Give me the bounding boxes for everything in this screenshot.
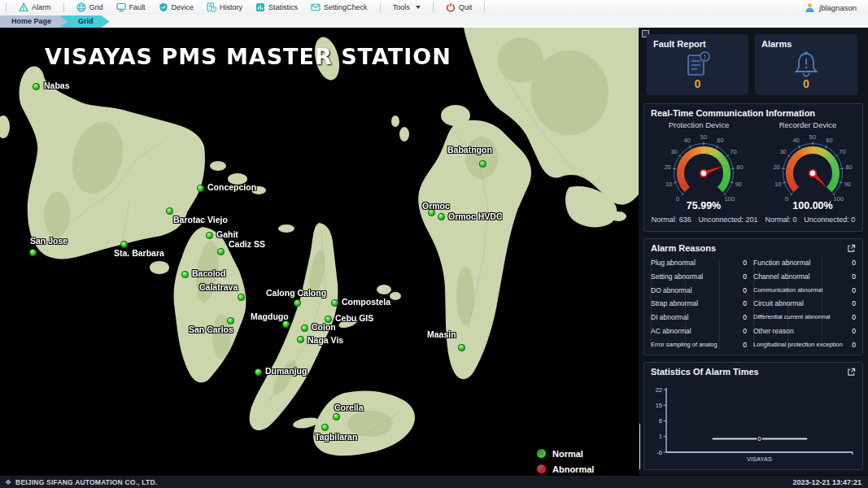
toolbar-button-statistics[interactable]: Statistics xyxy=(249,0,304,15)
user-box[interactable]: jblagnason xyxy=(805,2,868,13)
alarms-count: 0 xyxy=(755,77,857,90)
station-marker-san-jose[interactable] xyxy=(29,249,37,256)
station-marker-corella[interactable] xyxy=(333,413,340,420)
station-marker-naga-vis[interactable] xyxy=(297,336,304,343)
toolbar-button-label: Quit xyxy=(459,3,473,11)
station-label: San Carlos xyxy=(189,325,233,334)
svg-text:80: 80 xyxy=(736,163,743,171)
toolbar-button-tools[interactable]: Tools xyxy=(386,0,427,15)
normal-count: Normal: 636 xyxy=(652,216,691,224)
station-marker-cadiz-ss[interactable] xyxy=(217,248,225,255)
toolbar-separator xyxy=(380,2,381,12)
alarm-statistics-title: Statistics Of Alarm Times xyxy=(651,367,759,377)
station-label: Babatngon xyxy=(447,145,492,155)
station-marker-magdugo[interactable] xyxy=(282,320,290,328)
legend-label: Abnormal xyxy=(552,464,594,474)
station-marker-concepcion[interactable] xyxy=(197,185,204,192)
svg-text:30: 30 xyxy=(670,148,677,155)
alarm-reason-count: 0 xyxy=(852,327,856,335)
alarm-statistics-section: Statistics Of Alarm Times 221581-60VISAY… xyxy=(643,362,863,470)
alarm-reason-label: Plug abnormal xyxy=(651,259,696,267)
svg-text:50: 50 xyxy=(700,133,707,141)
statistics-icon xyxy=(255,2,265,12)
station-label: Colon xyxy=(312,322,336,332)
toolbar-button-device[interactable]: Device xyxy=(152,0,201,15)
visayas-map[interactable]: VISAYAS PMS MASTER STATION NabasConcepci… xyxy=(0,28,639,475)
station-label: Gahit xyxy=(216,229,238,239)
tab-grid[interactable]: Grid xyxy=(60,15,110,28)
svg-text:20: 20 xyxy=(664,163,670,171)
chevron-down-icon xyxy=(416,6,421,9)
station-marker-compostela[interactable] xyxy=(331,299,338,307)
station-marker-colon[interactable] xyxy=(301,325,308,332)
station-label: Bacolod xyxy=(192,268,225,278)
station-label: Ormoc xyxy=(422,201,450,211)
svg-text:100: 100 xyxy=(725,195,735,203)
station-label: Dumanjug xyxy=(265,366,307,376)
open-in-new-window-icon[interactable] xyxy=(847,368,856,377)
station-marker-maasin[interactable] xyxy=(458,344,465,351)
abnormal-dot-icon xyxy=(537,464,546,473)
svg-text:60: 60 xyxy=(717,137,723,144)
station-label: Ormoc HVDC xyxy=(448,211,503,221)
station-marker-san-carlos[interactable] xyxy=(227,317,234,325)
toolbar-button-alarm[interactable]: Alarm xyxy=(12,0,58,15)
toolbar-button-grid[interactable]: Grid xyxy=(70,0,110,15)
station-marker-sta-barbara[interactable] xyxy=(120,241,128,248)
legend-abnormal: Abnormal xyxy=(537,461,594,475)
station-marker-dumanjug[interactable] xyxy=(255,368,262,376)
station-marker-gahit[interactable] xyxy=(206,232,213,239)
station-label: Magdugo xyxy=(251,312,289,321)
alarm-reason-row: DO abnormal0 xyxy=(651,286,747,294)
alarm-reason-count: 0 xyxy=(743,341,747,349)
station-marker-ormoc-hvdc[interactable] xyxy=(438,213,445,220)
toolbar-button-label: Statistics xyxy=(268,3,298,11)
station-label: San Jose xyxy=(30,236,68,246)
history-icon xyxy=(207,2,216,12)
alarm-reasons-section: Alarm Reasons Plug abnormal0Setting abno… xyxy=(643,238,863,355)
station-label: Barotac Viejo xyxy=(173,215,228,224)
alarm-reason-row: Plug abnormal0 xyxy=(651,259,747,267)
communication-gauges: 010203040506070809010075.99%010203040506… xyxy=(644,131,862,214)
alarm-reason-label: Longitudinal protection exception xyxy=(753,341,843,349)
station-label: Calong Calong xyxy=(266,288,326,298)
station-label: Compostela xyxy=(342,297,390,307)
station-label: Sta. Barbara xyxy=(114,248,164,258)
station-label: Maasin xyxy=(427,329,456,339)
alarm-reasons-body: Plug abnormal0Setting abnormal0DO abnorm… xyxy=(651,259,856,349)
station-marker-calong-calong[interactable] xyxy=(294,299,301,307)
station-marker-bacolod[interactable] xyxy=(181,271,189,278)
username: jblagnason xyxy=(819,3,857,12)
main-area: VISAYAS PMS MASTER STATION NabasConcepci… xyxy=(0,28,868,475)
alarm-reasons-left-column: Plug abnormal0Setting abnormal0DO abnorm… xyxy=(651,259,753,349)
power-icon xyxy=(446,2,456,12)
alarm-reason-row: Circuit abnormal0 xyxy=(753,299,856,307)
open-in-new-window-icon[interactable] xyxy=(847,244,856,253)
station-label: Nabas xyxy=(44,81,70,90)
toolbar-separator xyxy=(63,2,64,12)
station-marker-tagbilaran[interactable] xyxy=(321,424,329,431)
alarm-reason-label: DI abnormal xyxy=(651,313,688,321)
alarm-reasons-title: Alarm Reasons xyxy=(651,243,716,253)
svg-text:100: 100 xyxy=(834,195,844,203)
toolbar-button-label: Alarm xyxy=(32,3,51,11)
toolbar-button-fault[interactable]: Fault xyxy=(110,0,152,15)
tab-home-page[interactable]: Home Page xyxy=(0,15,68,28)
station-label: Tagbilaran xyxy=(315,432,357,442)
toolbar-button-quit[interactable]: Quit xyxy=(439,0,479,15)
station-marker-nabas[interactable] xyxy=(33,83,40,90)
svg-text:10: 10 xyxy=(665,181,672,188)
toolbar-separator xyxy=(484,2,485,12)
station-marker-barotac-viejo[interactable] xyxy=(166,207,173,215)
alarms-card[interactable]: Alarms 0 xyxy=(755,34,857,95)
station-marker-babatngon[interactable] xyxy=(479,160,486,168)
toolbar-button-history[interactable]: History xyxy=(200,0,249,15)
alarms-title: Alarms xyxy=(761,39,792,49)
station-label: Corella xyxy=(334,403,364,412)
station-marker-calatrava[interactable] xyxy=(238,294,245,301)
fault-report-card[interactable]: Fault Report 0 xyxy=(647,34,748,95)
legend-normal: Normal xyxy=(537,446,594,461)
station-label: Cebu GIS xyxy=(335,313,373,323)
svg-text:70: 70 xyxy=(839,148,845,155)
toolbar-button-settingcheck[interactable]: SettingCheck xyxy=(304,0,374,15)
